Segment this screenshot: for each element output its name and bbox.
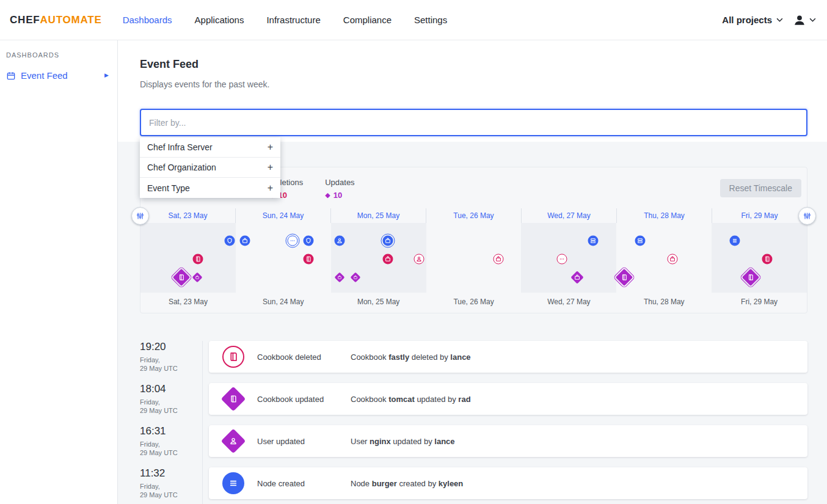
user-updated-icon xyxy=(221,429,246,454)
timeline-marker-create-bag-icon[interactable] xyxy=(382,236,393,246)
filter-dropdown: Chef Infra Server + Chef Organization + … xyxy=(140,137,280,198)
timeline-marker-create-list-icon[interactable] xyxy=(730,236,740,246)
navbar-right: All projects xyxy=(722,13,816,27)
dropdown-item-label: Event Type xyxy=(147,183,190,193)
timeline-axis-label: Mon, 25 May xyxy=(331,293,426,313)
timeline-day-link[interactable]: Thu, 28 May xyxy=(617,208,712,223)
timeline-marker-create-node-icon[interactable] xyxy=(635,236,646,246)
timeline-day-link[interactable]: Wed, 27 May xyxy=(522,208,617,223)
dropdown-item-chef-organization[interactable]: Chef Organization + xyxy=(140,158,280,178)
event-list: 19:20 Friday, 29 May UTC 18:04 Friday, 2… xyxy=(140,341,807,504)
legend-count: 10 xyxy=(333,191,342,200)
top-navbar: CHEFAUTOMATE Dashboards Applications Inf… xyxy=(0,0,827,40)
timescale-slider-left-button[interactable] xyxy=(131,207,149,225)
timeline-marker-update-book-icon[interactable] xyxy=(616,269,633,286)
timeline-marker-create-shield-icon[interactable] xyxy=(225,236,235,246)
timeline-day-header-row: Sat, 23 May Sun, 24 May Mon, 25 May Tue,… xyxy=(140,208,807,223)
user-icon xyxy=(793,13,806,27)
event-weekday: Friday, xyxy=(140,398,202,406)
timeline-marker-create-user-icon[interactable] xyxy=(335,236,345,246)
event-cards-column: Cookbook deleted Cookbook fastly deleted… xyxy=(202,341,807,504)
user-menu[interactable] xyxy=(793,13,816,27)
timescale-slider-icon xyxy=(803,211,812,221)
sidebar-item-event-feed[interactable]: Event Feed ▶ xyxy=(0,67,117,84)
projects-filter-dropdown[interactable]: All projects xyxy=(722,15,783,25)
event-title: Node created xyxy=(257,479,351,488)
timeline-marker-update-bag-icon[interactable] xyxy=(192,272,202,283)
timeline-marker-delete-ellipsis-icon[interactable] xyxy=(556,254,567,265)
timeline-day-link[interactable]: Tue, 26 May xyxy=(426,208,522,223)
timeline-marker-create-shield-icon[interactable] xyxy=(303,236,313,246)
event-title: Cookbook updated xyxy=(257,395,351,404)
projects-filter-label: All projects xyxy=(722,15,772,25)
timeline-marker-update-bag-icon[interactable] xyxy=(351,272,361,283)
event-card: Cookbook updated Cookbook tomcat updated… xyxy=(209,383,807,415)
event-card: Node created Node burger created by kyle… xyxy=(209,467,807,499)
timeline-marker-create-ellipsis-icon[interactable] xyxy=(287,236,297,246)
event-date: 29 May UTC xyxy=(140,407,202,415)
timeline-day-link[interactable]: Sun, 24 May xyxy=(236,208,331,223)
chevron-down-icon xyxy=(809,18,816,22)
timeline-marker-update-bag-icon[interactable] xyxy=(335,272,345,283)
timeline-marker-delete-book-icon[interactable] xyxy=(303,254,313,265)
reset-timescale-button[interactable]: Reset Timescale xyxy=(720,179,801,197)
timeline-day-link[interactable]: Sat, 23 May xyxy=(140,208,236,223)
nav-infrastructure[interactable]: Infrastructure xyxy=(266,15,320,25)
timeline-marker-update-book-icon[interactable] xyxy=(742,269,759,286)
nav-compliance[interactable]: Compliance xyxy=(343,15,392,25)
timeline-axis-label: Sat, 23 May xyxy=(140,293,236,313)
chef-automate-logo[interactable]: CHEFAUTOMATE xyxy=(10,14,102,26)
timeline-grid: Sat, 23 May Sun, 24 May Mon, 25 May Tue,… xyxy=(140,208,807,313)
timeline-axis-row: Sat, 23 May Sun, 24 May Mon, 25 May Tue,… xyxy=(140,293,807,313)
plus-icon[interactable]: + xyxy=(268,162,273,173)
nav-applications[interactable]: Applications xyxy=(195,15,244,25)
timeline-marker-create-bag-icon[interactable] xyxy=(240,236,250,246)
timeline-marker-create-node-icon[interactable] xyxy=(588,236,598,246)
event-weekday: Friday, xyxy=(140,440,202,448)
event-time: 16:31 xyxy=(140,425,202,437)
event-time-group: 11:32 Friday, 29 May UTC xyxy=(140,467,202,504)
nav-settings[interactable]: Settings xyxy=(414,15,447,25)
main-nav: Dashboards Applications Infrastructure C… xyxy=(123,15,448,25)
timeline-marker-delete-book-icon[interactable] xyxy=(762,254,772,265)
timeline-day-link[interactable]: Mon, 25 May xyxy=(331,208,426,223)
timeline-day-link[interactable]: Fri, 29 May xyxy=(712,208,807,223)
diamond-icon: ◆ xyxy=(325,192,330,199)
plus-icon[interactable]: + xyxy=(268,142,273,153)
logo-automate: AUTOMATE xyxy=(40,14,101,26)
timeline-marker-delete-user-icon[interactable] xyxy=(414,254,424,265)
arrow-right-icon: ▶ xyxy=(104,73,109,78)
plus-icon[interactable]: + xyxy=(268,183,273,194)
event-legend: Deletions ◆ 10 Updates ◆ 10 xyxy=(270,178,355,200)
timescale-slider-icon xyxy=(136,211,145,221)
legend-label: Updates xyxy=(325,178,354,187)
timeline-marker-update-book-icon[interactable] xyxy=(172,269,189,286)
sidebar: DASHBOARDS Event Feed ▶ xyxy=(0,40,118,504)
event-title: User updated xyxy=(257,437,351,446)
event-description: Cookbook fastly deleted by lance xyxy=(351,352,471,362)
page-header: Event Feed Displays events for the past … xyxy=(118,40,827,142)
timeline-marker-delete-bag-icon[interactable] xyxy=(493,254,503,265)
timeline-marker-delete-bag-icon[interactable] xyxy=(382,254,393,265)
event-times-column: 19:20 Friday, 29 May UTC 18:04 Friday, 2… xyxy=(140,341,202,504)
calendar-icon xyxy=(6,71,16,81)
cookbook-deleted-icon xyxy=(222,346,244,368)
sidebar-item-label: Event Feed xyxy=(21,70,68,81)
timeline-marker-update-bag-icon[interactable] xyxy=(570,271,583,283)
dropdown-item-chef-infra-server[interactable]: Chef Infra Server + xyxy=(140,137,280,158)
filter-input[interactable] xyxy=(140,109,807,136)
nav-dashboards[interactable]: Dashboards xyxy=(123,15,172,25)
timeline-axis-label: Fri, 29 May xyxy=(712,293,807,313)
event-time: 18:04 xyxy=(140,383,202,395)
dropdown-item-event-type[interactable]: Event Type + xyxy=(140,178,280,198)
timeline-marker-delete-bag-icon[interactable] xyxy=(667,254,677,265)
timeline-axis-label: Thu, 28 May xyxy=(616,293,712,313)
event-description: Node burger created by kyleen xyxy=(351,479,463,488)
page-title: Event Feed xyxy=(140,57,807,71)
event-time: 19:20 xyxy=(140,341,202,353)
timescale-slider-right-button[interactable] xyxy=(798,207,816,225)
event-card: User updated User nginx updated by lance xyxy=(209,425,807,457)
node-created-icon xyxy=(222,472,244,494)
timeline-marker-delete-book-icon[interactable] xyxy=(192,254,203,265)
event-date: 29 May UTC xyxy=(140,365,202,373)
